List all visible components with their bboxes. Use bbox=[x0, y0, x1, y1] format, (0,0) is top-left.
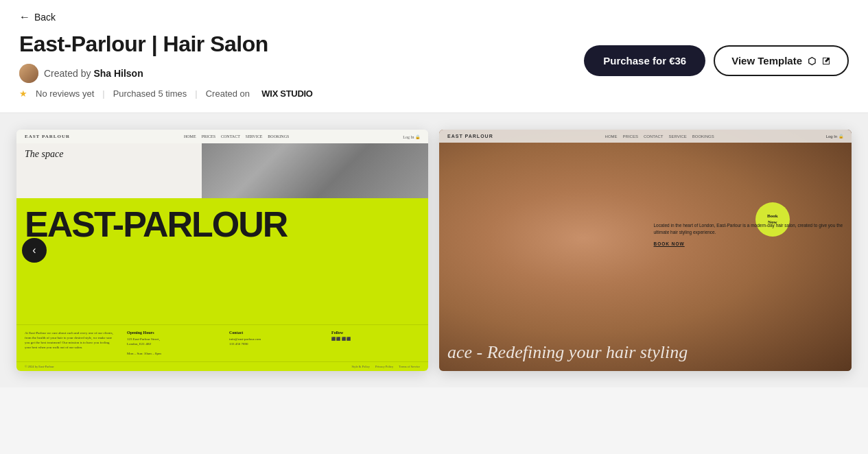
right-text-overlay: Located in the heart of London, East-Par… bbox=[646, 214, 852, 254]
no-reviews-label: No reviews yet bbox=[36, 88, 94, 99]
footer-follow-title: Follow bbox=[331, 331, 420, 335]
left-nav-contact: CONTACT bbox=[221, 134, 240, 139]
preview-left: ‹ EAST PARLOUR HOME PRICES CONTACT SERVI… bbox=[16, 130, 428, 371]
left-footer-section: At East-Parlour we care about each and e… bbox=[16, 324, 428, 361]
footer-contact-title: Contact bbox=[229, 331, 318, 335]
right-nav-contact: CONTACT bbox=[644, 134, 664, 139]
bottom-terms: Terms of Service bbox=[399, 365, 420, 368]
left-nav-service: SERVICE bbox=[246, 134, 263, 139]
view-template-label: View Template bbox=[731, 55, 802, 67]
right-nav-actions: Log In 🔒 bbox=[826, 134, 843, 139]
left-site-nav: EAST PARLOUR HOME PRICES CONTACT SERVICE… bbox=[16, 130, 428, 143]
preview-section: ‹ EAST PARLOUR HOME PRICES CONTACT SERVI… bbox=[0, 113, 868, 387]
purchased-times: Purchased 5 times bbox=[113, 88, 187, 99]
creator-name: Sha Hilson bbox=[93, 68, 143, 79]
footer-col-about: At East-Parlour we care about each and e… bbox=[25, 331, 113, 356]
preview-right: EAST PARLOUR HOME PRICES CONTACT SERVICE… bbox=[439, 130, 852, 371]
creator-prefix: Created by Sha Hilson bbox=[44, 68, 143, 79]
right-book-now-link: BOOK NOW bbox=[654, 241, 844, 246]
right-nav-links: HOME PRICES CONTACT SERVICE BOOKINGS bbox=[605, 134, 714, 139]
left-hero-top: The space bbox=[16, 143, 428, 198]
footer-col-contact: Contact info@east-parlour.com133 456 789… bbox=[229, 331, 318, 356]
back-arrow-icon: ← bbox=[19, 11, 30, 23]
right-nav-home: HOME bbox=[605, 134, 618, 139]
back-label: Back bbox=[34, 12, 56, 23]
footer-hours-text: 123 East-Parlour Street,London, E21 4BJM… bbox=[127, 337, 215, 356]
title-row: East-Parlour | Hair Salon Created by Sha… bbox=[19, 32, 849, 99]
page-title: East-Parlour | Hair Salon bbox=[19, 32, 313, 57]
left-bottom-bar: © 2024 by East-Parlour Style & Policy Pr… bbox=[16, 361, 428, 371]
bottom-style-policy: Style & Policy bbox=[351, 365, 370, 368]
title-left: East-Parlour | Hair Salon Created by Sha… bbox=[19, 32, 313, 99]
footer-col-hours: Opening Hours 123 East-Parlour Street,Lo… bbox=[127, 331, 215, 356]
star-icon: ★ bbox=[19, 88, 27, 99]
left-nav-actions: Log In 🔒 bbox=[403, 134, 420, 139]
avatar-image bbox=[19, 64, 38, 83]
left-lime-section: EAST-PARLOUR bbox=[16, 198, 428, 324]
left-logo: EAST PARLOUR bbox=[25, 134, 70, 139]
left-nav-prices: PRICES bbox=[202, 134, 215, 139]
left-nav-links: HOME PRICES CONTACT SERVICE BOOKINGS bbox=[184, 134, 289, 139]
external-link-svg-icon bbox=[821, 56, 831, 66]
right-italic-tagline: ace - Redefining your hair styling bbox=[447, 342, 843, 363]
bottom-copyright: © 2024 by East-Parlour bbox=[25, 365, 54, 368]
view-template-button[interactable]: View Template ⬡ bbox=[714, 45, 849, 76]
footer-hours-title: Opening Hours bbox=[127, 331, 215, 335]
right-bottom-text: ace - Redefining your hair styling bbox=[439, 334, 852, 371]
left-nav-home: HOME bbox=[184, 134, 196, 139]
creator-row: Created by Sha Hilson bbox=[19, 64, 313, 83]
bottom-privacy-policy: Privacy Policy bbox=[375, 365, 393, 368]
right-body-text: Located in the heart of London, East-Par… bbox=[654, 222, 844, 236]
separator-2: | bbox=[195, 88, 197, 99]
right-logo: EAST PARLOUR bbox=[447, 134, 493, 139]
right-nav-service: SERVICE bbox=[669, 134, 687, 139]
footer-contact-text: info@east-parlour.com133 456 7890 bbox=[229, 337, 318, 346]
left-nav-bookings: BOOKINGS bbox=[268, 134, 289, 139]
left-website: EAST PARLOUR HOME PRICES CONTACT SERVICE… bbox=[16, 130, 428, 371]
right-nav: EAST PARLOUR HOME PRICES CONTACT SERVICE… bbox=[439, 130, 852, 143]
purchase-button[interactable]: Purchase for €36 bbox=[584, 45, 705, 76]
east-parlour-big-text: EAST-PARLOUR bbox=[25, 206, 420, 242]
footer-follow-icons: ⬛ ⬛ ⬛ ⬛ bbox=[331, 337, 420, 342]
footer-col-follow: Follow ⬛ ⬛ ⬛ ⬛ bbox=[331, 331, 420, 356]
separator-1: | bbox=[102, 88, 104, 99]
right-nav-bookings: BOOKINGS bbox=[692, 134, 714, 139]
avatar bbox=[19, 64, 38, 83]
wix-studio-logo: WIX STUDIO bbox=[258, 88, 313, 99]
left-hero-image bbox=[202, 143, 428, 198]
external-link-icon: ⬡ bbox=[808, 56, 816, 67]
back-link[interactable]: ← Back bbox=[19, 11, 849, 23]
footer-about-text: At East-Parlour we care about each and e… bbox=[25, 331, 113, 350]
right-website: EAST PARLOUR HOME PRICES CONTACT SERVICE… bbox=[439, 130, 852, 371]
header-section: ← Back East-Parlour | Hair Salon Created… bbox=[0, 0, 868, 113]
nav-prev-icon: ‹ bbox=[32, 244, 36, 256]
right-nav-prices: PRICES bbox=[623, 134, 638, 139]
meta-row: ★ No reviews yet | Purchased 5 times | C… bbox=[19, 88, 313, 99]
title-right: Purchase for €36 View Template ⬡ bbox=[584, 32, 849, 76]
created-on-label: Created on bbox=[206, 88, 250, 99]
nav-prev-button[interactable]: ‹ bbox=[22, 238, 47, 263]
